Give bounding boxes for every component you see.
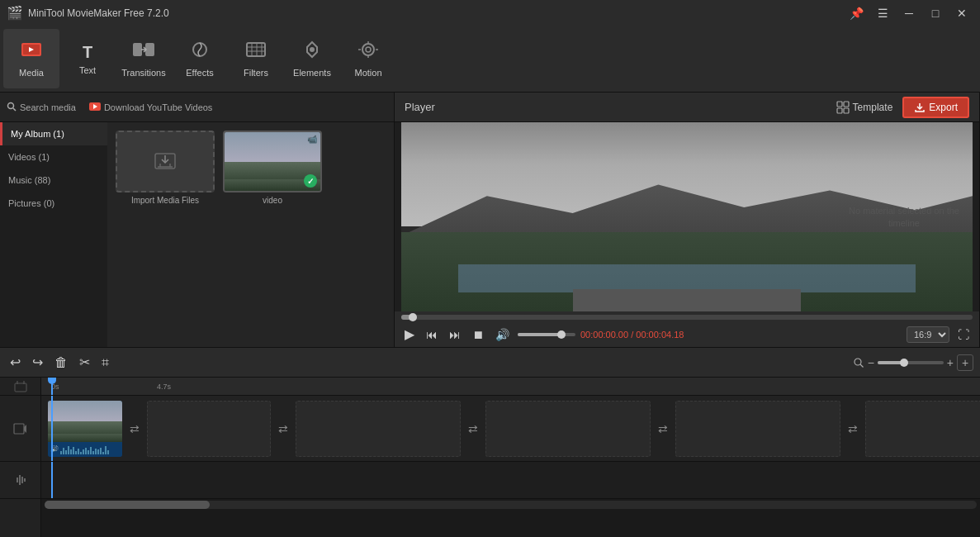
timeline-content[interactable]: 0s 4.7s <box>41 378 980 537</box>
controls-row: ▶ ⏮ ⏭ ⏹ 🔊 00:00:00.00 / 00:00:04.18 <box>401 325 973 344</box>
zoom-slider-container[interactable] <box>878 361 944 364</box>
svg-point-30 <box>855 359 861 365</box>
toolbar-elements[interactable]: Elements <box>284 29 340 88</box>
download-youtube-btn[interactable]: Download YouTube Videos <box>89 102 213 112</box>
timeline-playhead[interactable] <box>51 378 53 395</box>
template-button[interactable]: Template <box>830 97 900 117</box>
player-title: Player <box>405 101 435 113</box>
search-icon <box>7 102 17 113</box>
album-list: My Album (1) Videos (1) Music (88) Pictu… <box>0 122 107 347</box>
aspect-ratio-select[interactable]: 16:9 9:16 1:1 4:3 <box>907 326 949 343</box>
export-button[interactable]: Export <box>902 97 969 118</box>
volume-slider[interactable] <box>518 333 575 336</box>
ruler-mark-1: 4.7s <box>157 383 171 391</box>
app-icon: 🎬 <box>7 5 23 21</box>
transition-slot-5[interactable]: ⇄ <box>840 401 865 457</box>
motion-label: Motion <box>354 68 381 78</box>
timeline-ruler: 0s 4.7s <box>41 378 980 396</box>
toolbar-transitions[interactable]: Transitions <box>116 29 172 88</box>
timeline-scrollbar[interactable] <box>45 501 977 509</box>
svg-point-16 <box>8 102 14 108</box>
media-icon <box>20 40 43 64</box>
transitions-icon <box>132 40 155 64</box>
transition-slot-4[interactable]: ⇄ <box>651 401 675 457</box>
video-road <box>573 289 802 311</box>
timeline-section: ↩ ↪ 🗑 ✂ ⌗ − + + <box>0 347 980 537</box>
transition-slot-2[interactable]: ⇄ <box>271 401 296 457</box>
timeline-zoom: − + + <box>853 354 973 371</box>
svg-rect-3 <box>133 43 142 56</box>
video-track: 🔊 <box>41 396 980 462</box>
search-media-label: Search media <box>20 102 76 112</box>
cut-button[interactable]: ✂ <box>76 353 93 372</box>
add-track-button[interactable]: + <box>957 354 973 371</box>
content-area: Search media Download YouTube Videos My … <box>0 93 980 347</box>
stop-button[interactable]: ⏹ <box>469 326 487 343</box>
svg-rect-32 <box>15 383 26 392</box>
titlebar: 🎬 MiniTool MovieMaker Free 7.2.0 📌 ☰ ─ □… <box>0 0 980 26</box>
import-thumb <box>116 131 215 192</box>
progress-bar[interactable] <box>401 315 973 320</box>
album-item-pictures[interactable]: Pictures (0) <box>0 192 107 215</box>
delete-button[interactable]: 🗑 <box>51 354 71 372</box>
filters-icon <box>244 40 267 64</box>
media-toolbar: Search media Download YouTube Videos <box>0 93 394 122</box>
svg-rect-35 <box>14 424 24 434</box>
empty-clip-5 <box>865 401 980 457</box>
transitions-label: Transitions <box>121 68 165 78</box>
video-track-icon <box>0 396 40 462</box>
svg-rect-25 <box>837 102 842 107</box>
import-media-card[interactable]: Import Media Files <box>116 131 215 339</box>
svg-line-17 <box>13 108 16 111</box>
minimize-button[interactable]: ─ <box>897 4 921 22</box>
crop-button[interactable]: ⌗ <box>98 354 112 372</box>
progress-handle[interactable] <box>409 313 417 321</box>
close-button[interactable]: ✕ <box>950 4 973 22</box>
media-label: Media <box>19 68 44 78</box>
undo-button[interactable]: ↩ <box>7 353 24 372</box>
youtube-icon <box>89 102 101 112</box>
svg-point-14 <box>362 44 374 55</box>
zoom-out-icon[interactable] <box>853 357 864 368</box>
media-grid: Import Media Files 📹 <box>107 122 394 347</box>
album-item-my-album[interactable]: My Album (1) <box>0 122 107 145</box>
zoom-handle[interactable] <box>900 359 908 367</box>
toolbar-media[interactable]: Media <box>3 29 59 88</box>
next-button[interactable]: ⏭ <box>446 326 464 343</box>
play-button[interactable]: ▶ <box>401 325 418 344</box>
toolbar-motion[interactable]: Motion <box>340 29 396 88</box>
toolbar-filters[interactable]: Filters <box>228 29 284 88</box>
album-item-music[interactable]: Music (88) <box>0 169 107 192</box>
svg-point-13 <box>310 47 315 52</box>
pin-button[interactable]: 📌 <box>845 4 868 22</box>
time-display: 00:00:00.00 / 00:00:04.18 <box>580 330 902 340</box>
player-header: Player Template Export <box>395 93 979 122</box>
export-icon <box>914 102 926 113</box>
toolbar-text[interactable]: T Text <box>59 29 116 88</box>
menu-button[interactable]: ☰ <box>871 4 894 22</box>
volume-button[interactable]: 🔊 <box>492 326 513 343</box>
svg-rect-26 <box>844 102 849 107</box>
prev-button[interactable]: ⏮ <box>423 326 441 343</box>
timeline-scrollbar-handle[interactable] <box>45 501 210 509</box>
transition-slot-1[interactable]: ⇄ <box>122 401 147 457</box>
audio-track-icon <box>0 462 40 499</box>
maximize-button[interactable]: □ <box>924 4 947 22</box>
video-clip[interactable]: 🔊 <box>48 401 122 457</box>
app-title: MiniTool MovieMaker Free 7.2.0 <box>28 7 169 19</box>
fullscreen-button[interactable]: ⛶ <box>954 326 973 343</box>
transition-slot-3[interactable]: ⇄ <box>461 401 485 457</box>
svg-rect-28 <box>844 108 849 113</box>
album-item-videos[interactable]: Videos (1) <box>0 145 107 169</box>
empty-clip-1 <box>147 401 271 457</box>
template-icon <box>836 101 850 114</box>
empty-clip-2 <box>296 401 461 457</box>
video-card[interactable]: 📹 ✓ video <box>223 131 322 339</box>
export-label: Export <box>929 102 958 113</box>
volume-handle[interactable] <box>557 330 566 339</box>
redo-button[interactable]: ↪ <box>29 353 46 372</box>
search-media-btn[interactable]: Search media <box>7 102 76 113</box>
time-current: 00:00:00.00 <box>580 330 628 340</box>
toolbar-effects[interactable]: Effects <box>172 29 228 88</box>
text-icon: T <box>83 43 92 62</box>
